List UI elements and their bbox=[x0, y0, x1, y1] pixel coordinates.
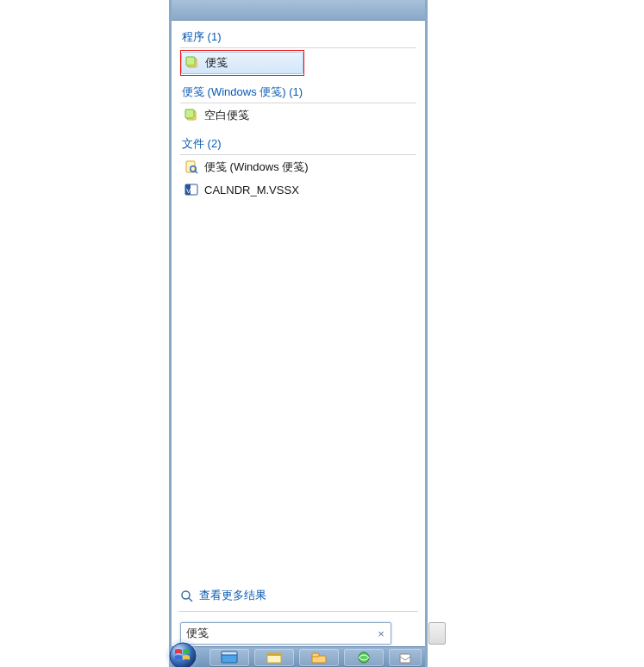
result-label: 空白便笺 bbox=[204, 108, 249, 123]
magnifier-icon bbox=[180, 589, 194, 602]
annotation-highlight: 便笺 bbox=[180, 50, 304, 76]
result-sticky-notes-app[interactable]: 便笺 bbox=[181, 52, 303, 74]
see-more-results-label: 查看更多结果 bbox=[199, 588, 266, 603]
svg-rect-17 bbox=[267, 653, 281, 656]
search-results-area: 程序 (1) 便笺 便笺 (Windows 便笺) (1) 空白便笺 文件 (2… bbox=[172, 21, 425, 200]
result-blank-note[interactable]: 空白便笺 bbox=[180, 104, 416, 127]
result-label: CALNDR_M.VSSX bbox=[204, 184, 299, 196]
window-titlebar bbox=[172, 0, 425, 21]
shutdown-button[interactable] bbox=[428, 622, 446, 645]
svg-rect-21 bbox=[400, 654, 410, 663]
result-file-calndr-vssx[interactable]: V CALNDR_M.VSSX bbox=[180, 179, 416, 200]
svg-point-10 bbox=[182, 591, 190, 599]
svg-line-11 bbox=[189, 598, 192, 602]
group-sticky-header[interactable]: 便笺 (Windows 便笺) (1) bbox=[180, 76, 416, 103]
clear-search-button[interactable]: × bbox=[375, 627, 387, 639]
group-files-header[interactable]: 文件 (2) bbox=[180, 128, 416, 155]
see-more-results-link[interactable]: 查看更多结果 bbox=[180, 588, 266, 603]
taskbar-item[interactable] bbox=[344, 649, 384, 666]
group-programs-header[interactable]: 程序 (1) bbox=[180, 24, 416, 48]
taskbar-item[interactable] bbox=[389, 649, 422, 666]
result-label: 便笺 bbox=[205, 55, 228, 71]
start-orb[interactable] bbox=[165, 638, 201, 667]
taskbar-item[interactable] bbox=[254, 649, 294, 666]
result-label: 便笺 (Windows 便笺) bbox=[204, 159, 309, 175]
svg-rect-15 bbox=[222, 651, 237, 655]
taskbar-item[interactable] bbox=[299, 649, 339, 666]
taskbar bbox=[172, 646, 425, 667]
svg-rect-19 bbox=[312, 653, 319, 657]
search-input-container[interactable]: × bbox=[180, 622, 391, 645]
taskbar-item[interactable] bbox=[209, 649, 249, 666]
svg-point-20 bbox=[359, 652, 369, 663]
sticky-notes-icon bbox=[184, 109, 198, 122]
svg-rect-1 bbox=[186, 57, 195, 65]
svg-line-6 bbox=[195, 171, 197, 173]
search-document-icon bbox=[184, 160, 198, 174]
sticky-notes-icon bbox=[185, 56, 199, 70]
svg-point-13 bbox=[170, 643, 196, 667]
visio-file-icon: V bbox=[184, 183, 198, 196]
search-input[interactable] bbox=[186, 627, 375, 640]
divider bbox=[178, 611, 418, 612]
start-menu-search-panel: 程序 (1) 便笺 便笺 (Windows 便笺) (1) 空白便笺 文件 (2… bbox=[169, 0, 428, 667]
result-file-sticky-search[interactable]: 便笺 (Windows 便笺) bbox=[180, 156, 416, 178]
svg-rect-3 bbox=[185, 109, 194, 118]
svg-text:V: V bbox=[186, 187, 191, 195]
